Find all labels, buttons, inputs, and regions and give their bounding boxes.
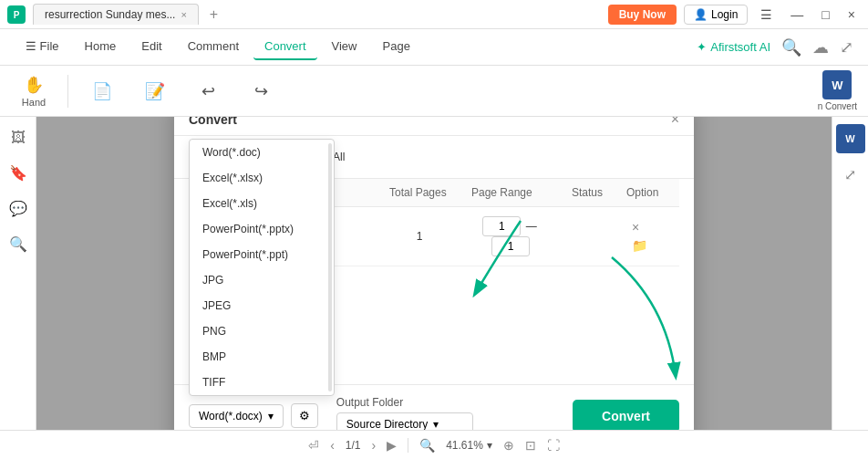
redo-button[interactable]: ↪ bbox=[238, 78, 284, 105]
select-icon: 📄 bbox=[92, 81, 112, 101]
format-item-excel-xlsx[interactable]: Excel(*.xlsx) bbox=[190, 165, 334, 191]
page-range-sep: — bbox=[526, 220, 537, 233]
convert-submit-button[interactable]: Convert bbox=[573, 400, 679, 431]
output-folder-selector[interactable]: Source Directory ▾ bbox=[336, 412, 473, 431]
dialog-header: Convert × bbox=[174, 117, 694, 136]
cloud-icon[interactable]: ☁ bbox=[812, 37, 829, 57]
format-item-ppt[interactable]: PowerPoint(*.ppt) bbox=[190, 242, 334, 267]
edit-menu-item[interactable]: Edit bbox=[130, 34, 172, 60]
zoom-in-button[interactable]: ⊕ bbox=[503, 438, 514, 453]
bookmark-panel-icon[interactable]: 🔖 bbox=[4, 159, 33, 187]
zoom-out-button[interactable]: 🔍 bbox=[419, 438, 435, 453]
close-button[interactable]: × bbox=[842, 5, 861, 24]
annotation-panel-icon[interactable]: 💬 bbox=[4, 194, 33, 223]
first-page-button[interactable]: ⏎ bbox=[308, 438, 319, 453]
right-sidebar-expand-icon[interactable]: ⤢ bbox=[839, 161, 862, 189]
format-item-tiff[interactable]: TIFF bbox=[190, 370, 334, 395]
output-folder-chevron-icon: ▾ bbox=[433, 418, 439, 431]
redo-icon: ↪ bbox=[254, 81, 268, 101]
col-option: Option bbox=[615, 179, 679, 207]
document-tab[interactable]: resurrection Sunday mes... × bbox=[33, 4, 199, 25]
comment-menu-item[interactable]: Comment bbox=[177, 34, 250, 60]
word-icon: W bbox=[822, 70, 852, 99]
output-folder-container: Output Folder Source Directory ▾ bbox=[336, 396, 473, 431]
hand-icon: ✋ bbox=[24, 75, 44, 95]
toolbar: ✋ Hand 📄 📝 ↩ ↪ W n Convert bbox=[0, 66, 868, 117]
thumbnail-panel-icon[interactable]: 🖼 bbox=[5, 124, 31, 151]
next-page-button[interactable]: › bbox=[371, 438, 376, 453]
bottom-separator bbox=[408, 438, 408, 453]
zoom-chevron-icon: ▾ bbox=[487, 439, 492, 452]
sparkle-icon: ✦ bbox=[697, 40, 707, 54]
content-area: Convert × + Add Files ▾ 🗑 Clear All bbox=[36, 117, 832, 430]
convert-dialog: Convert × + Add Files ▾ 🗑 Clear All bbox=[174, 117, 694, 430]
new-tab-button[interactable]: + bbox=[206, 6, 222, 23]
row-status bbox=[561, 206, 615, 266]
format-item-jpeg[interactable]: JPEG bbox=[190, 293, 334, 318]
toolbar-separator bbox=[67, 75, 68, 108]
select-tool-button[interactable]: 📄 bbox=[79, 78, 125, 105]
zoom-display: 41.61% ▾ bbox=[446, 439, 492, 452]
search-icon[interactable]: 🔍 bbox=[781, 37, 801, 57]
main-area: 🖼 🔖 💬 🔍 Convert × + Add Files ▾ 🗑 Clea bbox=[0, 117, 868, 430]
row-delete-button[interactable]: × bbox=[626, 218, 645, 236]
format-item-pptx[interactable]: PowerPoint(*.pptx) bbox=[190, 216, 334, 242]
format-item-bmp[interactable]: BMP bbox=[190, 344, 334, 370]
row-total-pages: 1 bbox=[378, 206, 460, 266]
hand-tool-button[interactable]: ✋ Hand bbox=[11, 71, 57, 111]
minimize-button[interactable]: — bbox=[785, 5, 809, 24]
format-item-excel-xls[interactable]: Excel(*.xls) bbox=[190, 191, 334, 216]
maximize-button[interactable]: □ bbox=[816, 5, 834, 24]
settings-icon: ⚙ bbox=[299, 409, 310, 422]
row-folder-button[interactable]: 📁 bbox=[626, 236, 653, 255]
dialog-close-button[interactable]: × bbox=[671, 117, 679, 128]
tab-title: resurrection Sunday mes... bbox=[45, 8, 175, 21]
home-menu-item[interactable]: Home bbox=[74, 34, 128, 60]
row-options: × 📁 bbox=[615, 206, 679, 266]
format-item-jpg[interactable]: JPG bbox=[190, 267, 334, 293]
col-status: Status bbox=[561, 179, 615, 207]
col-page-range: Page Range bbox=[460, 179, 561, 207]
hamburger-menu-button[interactable]: ☰ bbox=[755, 5, 778, 24]
output-folder-label: Output Folder bbox=[336, 396, 473, 409]
row-page-range: — bbox=[460, 206, 561, 266]
format-dropdown: Word(*.doc) Excel(*.xlsx) Excel(*.xls) P… bbox=[189, 139, 335, 396]
buy-now-button[interactable]: Buy Now bbox=[608, 5, 677, 25]
search-panel-icon[interactable]: 🔍 bbox=[4, 230, 33, 258]
file-menu-item[interactable]: ☰ File bbox=[15, 34, 70, 60]
page-indicator: 1/1 bbox=[346, 439, 361, 452]
menu-bar: ☰ File Home Edit Comment Convert View Pa… bbox=[0, 29, 868, 66]
format-item-png[interactable]: PNG bbox=[190, 318, 334, 344]
format-item-word-doc[interactable]: Word(*.doc) bbox=[190, 140, 334, 165]
fullscreen-button[interactable]: ⛶ bbox=[547, 438, 560, 453]
page-from-input[interactable] bbox=[482, 216, 521, 236]
word-convert-button[interactable]: W n Convert bbox=[818, 70, 857, 111]
format-selector-button[interactable]: Word(*.docx) ▾ bbox=[189, 404, 284, 428]
title-bar-actions: Buy Now 👤 Login ☰ — □ × bbox=[608, 5, 861, 25]
undo-button[interactable]: ↩ bbox=[185, 78, 231, 105]
text-select-icon: 📝 bbox=[145, 81, 165, 101]
dialog-title: Convert bbox=[189, 117, 237, 127]
expand-icon[interactable]: ⤢ bbox=[840, 37, 853, 57]
right-sidebar-word-icon[interactable]: W bbox=[836, 124, 865, 153]
title-bar: P resurrection Sunday mes... × + Buy Now… bbox=[0, 0, 868, 29]
afirstsoft-ai-button[interactable]: ✦ Afirstsoft AI bbox=[697, 40, 770, 54]
text-select-button[interactable]: 📝 bbox=[132, 78, 178, 105]
folder-icon: 📁 bbox=[632, 238, 647, 253]
tab-close-btn[interactable]: × bbox=[181, 9, 186, 20]
login-button[interactable]: 👤 Login bbox=[684, 5, 748, 25]
view-menu-item[interactable]: View bbox=[321, 34, 368, 60]
left-sidebar: 🖼 🔖 💬 🔍 bbox=[0, 117, 36, 430]
page-menu-item[interactable]: Page bbox=[372, 34, 421, 60]
footer-left: Word(*.docx) ▾ ⚙ Output Folder Source Di… bbox=[189, 396, 473, 431]
last-page-button[interactable]: ▶ bbox=[387, 438, 397, 453]
convert-menu-item[interactable]: Convert bbox=[253, 34, 317, 60]
prev-page-button[interactable]: ‹ bbox=[330, 438, 335, 453]
format-settings-button[interactable]: ⚙ bbox=[291, 403, 318, 428]
undo-icon: ↩ bbox=[202, 81, 215, 101]
bottom-bar: ⏎ ‹ 1/1 › ▶ 🔍 41.61% ▾ ⊕ ⊡ ⛶ bbox=[0, 430, 868, 459]
fit-page-button[interactable]: ⊡ bbox=[525, 438, 536, 453]
svg-text:P: P bbox=[14, 10, 20, 20]
menu-bar-right: ✦ Afirstsoft AI 🔍 ☁ ⤢ bbox=[697, 37, 853, 57]
page-to-input[interactable] bbox=[491, 236, 530, 256]
